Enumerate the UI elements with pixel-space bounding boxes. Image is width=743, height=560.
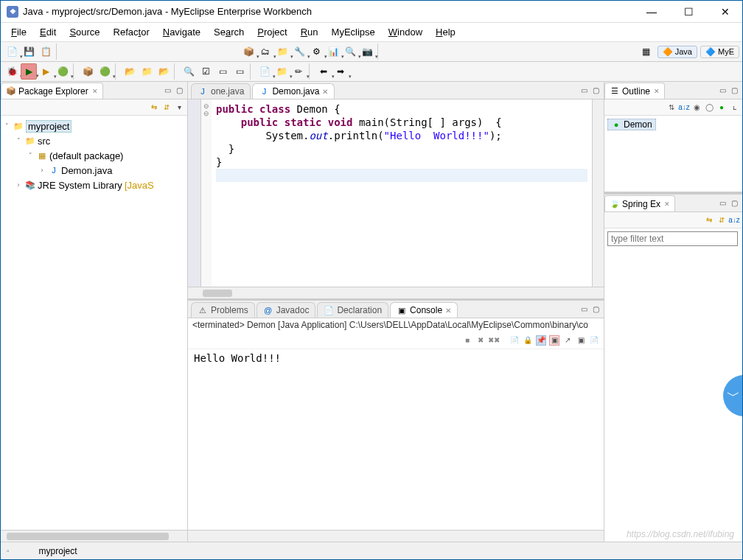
console-h-scrollbar[interactable] bbox=[188, 530, 604, 542]
menu-help[interactable]: Help bbox=[430, 25, 461, 39]
tb-g4[interactable]: 🔧 bbox=[291, 43, 307, 60]
minimize-spring-icon[interactable]: ▭ bbox=[717, 198, 728, 209]
tb-g8[interactable]: 📷 bbox=[359, 43, 375, 60]
show-console-icon[interactable]: ▣ bbox=[549, 335, 559, 346]
tb-x7[interactable]: 📁 bbox=[273, 63, 290, 80]
expand-icon[interactable]: ˅ bbox=[14, 137, 23, 144]
outline-body[interactable]: ● Demon bbox=[604, 116, 742, 192]
menu-edit[interactable]: Edit bbox=[34, 25, 62, 39]
close-tab-icon[interactable]: ✕ bbox=[445, 307, 451, 315]
tb-x3[interactable]: ☑ bbox=[198, 63, 214, 80]
editor-tab-demon[interactable]: J Demon.java ✕ bbox=[252, 83, 335, 99]
minimize-view-icon[interactable]: ▭ bbox=[162, 85, 172, 96]
forward-button[interactable]: ➡ bbox=[332, 63, 349, 80]
maximize-editor-icon[interactable]: ▢ bbox=[590, 85, 601, 96]
maximize-console-icon[interactable]: ▢ bbox=[590, 304, 601, 315]
link-editor-icon[interactable]: ⇵ bbox=[161, 102, 172, 113]
src-folder[interactable]: src bbox=[38, 136, 50, 147]
remove-all-icon[interactable]: ✖✖ bbox=[489, 335, 499, 346]
clear-console-icon[interactable]: 📄 bbox=[509, 335, 520, 346]
package-explorer-tree[interactable]: ˅ 📁 myproject ˅ 📁 src ˅ ▦ (default packa… bbox=[1, 116, 187, 530]
sort-az-icon[interactable]: a↓z bbox=[729, 215, 739, 225]
spring-filter-input[interactable] bbox=[607, 231, 738, 246]
tb-g6[interactable]: 📊 bbox=[325, 43, 341, 60]
perspective-mye[interactable]: 🔷MyE bbox=[700, 46, 739, 58]
tb-x8[interactable]: ✏ bbox=[290, 63, 307, 80]
project-root[interactable]: myproject bbox=[26, 120, 71, 133]
expand-icon[interactable]: ˅ bbox=[26, 152, 35, 159]
tb-x1[interactable]: 📁 bbox=[139, 63, 155, 80]
tb-x2[interactable]: 📂 bbox=[156, 63, 172, 80]
expand-icon[interactable]: › bbox=[14, 181, 23, 189]
link-icon[interactable]: ⇵ bbox=[716, 215, 727, 225]
tab-declaration[interactable]: 📄Declaration bbox=[317, 302, 388, 318]
search-button[interactable]: 🔍 bbox=[181, 63, 197, 80]
open-console-icon[interactable]: ↗ bbox=[562, 335, 573, 346]
jre-library[interactable]: JRE System Library bbox=[38, 180, 122, 191]
hide-nonpublic-icon[interactable]: ● bbox=[716, 102, 727, 113]
expand-icon[interactable]: ˅ bbox=[2, 122, 11, 130]
close-button[interactable]: ✕ bbox=[714, 4, 736, 20]
menu-window[interactable]: Window bbox=[383, 25, 428, 39]
editor-h-scrollbar[interactable] bbox=[188, 287, 604, 298]
tab-problems[interactable]: ⚠Problems bbox=[191, 302, 255, 318]
new-button[interactable]: 📄 bbox=[4, 43, 20, 60]
package-explorer-tab[interactable]: 📦 Package Explorer ✕ bbox=[1, 83, 103, 99]
tb-g5[interactable]: ⚙ bbox=[308, 43, 324, 60]
terminate-icon[interactable]: ■ bbox=[462, 335, 472, 346]
perspective-java[interactable]: 🔶Java bbox=[657, 46, 697, 58]
sort-icon[interactable]: ⇅ bbox=[666, 102, 677, 113]
remove-launch-icon[interactable]: ✖ bbox=[475, 335, 486, 346]
menu-file[interactable]: File bbox=[5, 25, 32, 39]
maximize-button[interactable]: ☐ bbox=[677, 4, 700, 20]
close-icon[interactable]: ✕ bbox=[664, 200, 670, 208]
save-button[interactable]: 💾 bbox=[21, 43, 37, 60]
menu-navigate[interactable]: Navigate bbox=[157, 25, 206, 39]
run-button[interactable]: ▶ bbox=[21, 63, 37, 80]
editor-body[interactable]: ⊖⊖ public class Demon { public static vo… bbox=[188, 99, 604, 287]
new-console-icon[interactable]: 📄 bbox=[589, 335, 599, 346]
outline-tab[interactable]: ☰ Outline ✕ bbox=[604, 83, 665, 99]
maximize-spring-icon[interactable]: ▢ bbox=[729, 198, 739, 209]
menu-source[interactable]: Source bbox=[63, 25, 105, 39]
code-area[interactable]: public class Demon { public static void … bbox=[212, 99, 592, 287]
h-scrollbar[interactable] bbox=[1, 530, 187, 542]
expand-icon[interactable]: › bbox=[38, 167, 46, 174]
save-all-button[interactable]: 📋 bbox=[38, 43, 54, 60]
tb-x6[interactable]: 📄 bbox=[257, 63, 273, 80]
menu-project[interactable]: Project bbox=[251, 25, 293, 39]
coverage-button[interactable]: 🟢 bbox=[55, 63, 71, 80]
tb-x4[interactable]: ▭ bbox=[214, 63, 231, 80]
tb-g7[interactable]: 🔍 bbox=[342, 43, 358, 60]
collapse-icon[interactable]: ⇆ bbox=[704, 215, 714, 225]
open-perspective-button[interactable]: ▦ bbox=[638, 43, 655, 60]
back-button[interactable]: ⬅ bbox=[315, 63, 332, 80]
minimize-editor-icon[interactable]: ▭ bbox=[579, 85, 589, 96]
tb-x5[interactable]: ▭ bbox=[231, 63, 248, 80]
pin-console-icon[interactable]: 📌 bbox=[536, 335, 546, 346]
file-demon[interactable]: Demon.java bbox=[61, 165, 112, 176]
spring-explorer-tab[interactable]: 🍃 Spring Ex ✕ bbox=[604, 195, 675, 211]
maximize-view-icon[interactable]: ▢ bbox=[174, 85, 184, 96]
new-class-button[interactable]: 🟢 bbox=[97, 63, 113, 80]
minimize-button[interactable]: — bbox=[641, 4, 663, 20]
editor-tab-one[interactable]: J one.java bbox=[191, 83, 251, 99]
close-tab-icon[interactable]: ✕ bbox=[322, 88, 328, 96]
hide-static-icon[interactable]: ◯ bbox=[704, 102, 714, 113]
new-package-button[interactable]: 📦 bbox=[80, 63, 96, 80]
collapse-all-icon[interactable]: ⇆ bbox=[149, 102, 159, 113]
az-icon[interactable]: a↓z bbox=[679, 102, 689, 113]
v-scrollbar[interactable] bbox=[592, 99, 604, 287]
debug-button[interactable]: 🐞 bbox=[4, 63, 20, 80]
menu-refactor[interactable]: Refactor bbox=[108, 25, 156, 39]
maximize-outline-icon[interactable]: ▢ bbox=[729, 85, 739, 96]
minimize-outline-icon[interactable]: ▭ bbox=[717, 85, 728, 96]
close-icon[interactable]: ✕ bbox=[92, 88, 98, 95]
outline-class-demon[interactable]: ● Demon bbox=[607, 119, 656, 130]
tb-g2[interactable]: 🗂 bbox=[257, 43, 273, 60]
hide-fields-icon[interactable]: ◉ bbox=[691, 102, 702, 113]
menu-myeclipse[interactable]: MyEclipse bbox=[326, 25, 381, 39]
minimize-console-icon[interactable]: ▭ bbox=[579, 304, 589, 315]
tb-g3[interactable]: 📁 bbox=[274, 43, 290, 60]
side-badge[interactable]: ﹀ bbox=[723, 375, 742, 416]
